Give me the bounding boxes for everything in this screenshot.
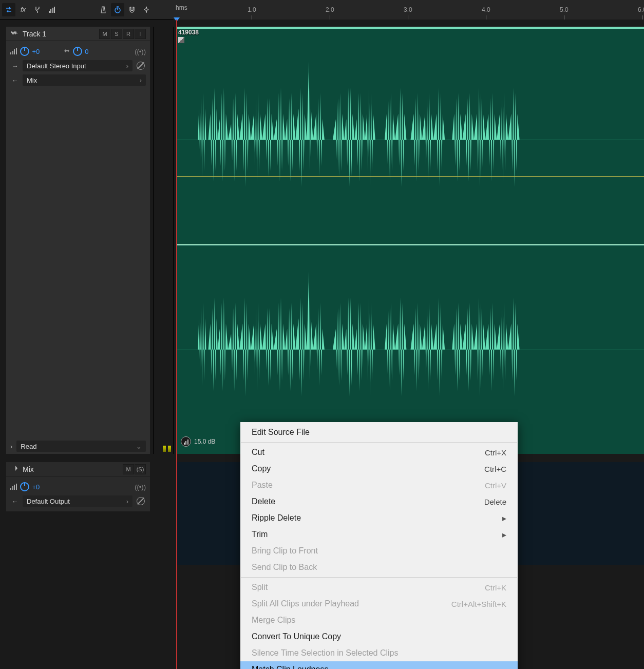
mix-output-label: Default Output — [27, 498, 70, 505]
menu-item[interactable]: Trim▸ — [240, 526, 518, 543]
menu-item[interactable]: Convert To Unique Copy — [240, 628, 518, 645]
context-menu: Edit Source FileCutCtrl+XCopyCtrl+CPaste… — [240, 422, 518, 669]
menu-item-label: Convert To Unique Copy — [252, 632, 341, 641]
menu-item[interactable]: Match Clip Loudness... — [240, 661, 518, 669]
menu-item-label: Edit Source File — [252, 428, 310, 437]
menu-item-label: Silence Time Selection in Selected Clips — [252, 648, 398, 658]
mix-track-icon — [10, 465, 18, 473]
menu-item[interactable]: Ripple Delete▸ — [240, 510, 518, 526]
mix-volume-value[interactable]: +0 — [32, 483, 40, 491]
menu-shortcut: Ctrl+V — [485, 481, 506, 490]
menu-item-label: Split All Clips under Playhead — [252, 599, 359, 608]
output-arrow-icon: ← — [10, 498, 20, 505]
output-dropdown[interactable]: Mix › — [23, 74, 146, 86]
menu-item-label: Delete — [252, 497, 275, 506]
time-ruler[interactable]: hms 1.0 2.0 3.0 4.0 5.0 6.0 — [174, 0, 644, 20]
mix-mute-button[interactable]: M — [123, 464, 134, 474]
volume-envelope[interactable] — [177, 176, 644, 177]
track-1-panel: Track 1 M S R I +0 0 — [6, 27, 150, 454]
waveform-left — [177, 35, 644, 244]
ruler-tick: 2.0 — [326, 6, 334, 13]
menu-separator — [241, 442, 517, 443]
mix-track-name[interactable]: Mix — [23, 465, 119, 473]
menu-shortcut: Ctrl+C — [484, 465, 506, 473]
levels-tool-icon[interactable] — [45, 3, 59, 16]
menu-shortcut: Delete — [484, 498, 506, 506]
volume-value[interactable]: +0 — [32, 48, 40, 55]
menu-shortcut: Ctrl+X — [485, 448, 506, 457]
ruler-tick: 5.0 — [560, 6, 569, 13]
volume-knob[interactable] — [20, 47, 29, 56]
phase-icon[interactable] — [136, 496, 146, 506]
output-label: Mix — [27, 77, 37, 84]
phase-icon[interactable] — [136, 61, 146, 71]
menu-item[interactable]: DeleteDelete — [240, 493, 518, 510]
menu-item: PasteCtrl+V — [240, 477, 518, 493]
mix-solo-button[interactable]: (S) — [135, 464, 146, 474]
mix-output-dropdown[interactable]: Default Output › — [23, 495, 132, 507]
expand-icon[interactable]: › — [10, 443, 12, 450]
pin-icon[interactable] — [140, 3, 153, 16]
ruler-unit: hms — [176, 4, 187, 11]
input-monitor-button[interactable]: I — [135, 29, 146, 39]
track-meter — [153, 27, 174, 454]
menu-item-label: Bring Clip to Front — [252, 546, 318, 556]
menu-item[interactable]: CopyCtrl+C — [240, 461, 518, 477]
stereo-icon: ((•)) — [135, 48, 146, 55]
submenu-arrow-icon: ▸ — [502, 530, 506, 540]
volume-icon — [10, 48, 17, 54]
playhead-line — [176, 20, 177, 669]
metronome-icon[interactable] — [97, 3, 110, 16]
volume-icon — [10, 484, 17, 490]
solo-button[interactable]: S — [111, 29, 122, 39]
ruler-tick: 3.0 — [404, 6, 412, 13]
stopwatch-icon[interactable] — [111, 3, 124, 16]
track-name[interactable]: Track 1 — [23, 30, 95, 38]
mute-button[interactable]: M — [99, 29, 110, 39]
menu-item: Silence Time Selection in Selected Clips — [240, 645, 518, 661]
menu-item[interactable]: Edit Source File — [240, 424, 518, 441]
menu-item-label: Ripple Delete — [252, 513, 301, 523]
audio-clip[interactable]: 419038 — [177, 27, 644, 454]
snap-magnet-icon[interactable] — [125, 3, 139, 16]
mix-track-header[interactable]: Mix M (S) — [6, 462, 150, 476]
chevron-right-icon: › — [140, 77, 142, 84]
menu-item: SplitCtrl+K — [240, 579, 518, 596]
menu-separator — [241, 577, 517, 578]
swap-tool-icon[interactable] — [2, 3, 15, 16]
menu-item-label: Trim — [252, 530, 268, 539]
record-button[interactable]: R — [123, 29, 134, 39]
mix-meter — [153, 462, 174, 565]
chevron-down-icon: ⌄ — [136, 443, 142, 450]
pan-knob[interactable] — [73, 47, 82, 56]
menu-item-label: Copy — [252, 464, 271, 473]
menu-item[interactable]: CutCtrl+X — [240, 444, 518, 461]
stereo-icon: ((•)) — [135, 483, 146, 491]
output-arrow-icon: ← — [10, 77, 20, 84]
track-header[interactable]: Track 1 M S R I — [6, 27, 150, 41]
menu-item-label: Split — [252, 583, 268, 592]
route-tool-icon[interactable] — [31, 3, 44, 16]
ruler-tick: 1.0 — [248, 6, 256, 13]
automation-mode-dropdown[interactable]: Read ⌄ — [16, 441, 146, 452]
clip-gain-badge[interactable]: 15.0 dB — [181, 436, 215, 447]
submenu-arrow-icon: ▸ — [502, 513, 506, 523]
mix-volume-knob[interactable] — [20, 482, 29, 491]
menu-item-label: Merge Clips — [252, 616, 295, 625]
input-dropdown[interactable]: Default Stereo Input › — [23, 60, 132, 71]
menu-item-label: Cut — [252, 448, 264, 457]
menu-item: Merge Clips — [240, 612, 518, 628]
track-type-icon — [10, 30, 18, 37]
menu-shortcut: Ctrl+Alt+Shift+K — [451, 600, 506, 608]
ruler-tick: 6.0 — [638, 6, 644, 13]
pan-icon — [63, 47, 70, 56]
chevron-right-icon: › — [126, 62, 128, 70]
fx-tool-icon[interactable]: fx — [16, 3, 30, 16]
menu-item: Send Clip to Back — [240, 559, 518, 576]
mix-track-panel: Mix M (S) +0 ((•)) ← Default Output › — [6, 462, 150, 511]
menu-item-label: Paste — [252, 481, 273, 490]
input-label: Default Stereo Input — [27, 62, 86, 70]
pan-value[interactable]: 0 — [85, 48, 88, 55]
menu-item: Split All Clips under PlayheadCtrl+Alt+S… — [240, 596, 518, 612]
menu-item: Bring Clip to Front — [240, 543, 518, 559]
